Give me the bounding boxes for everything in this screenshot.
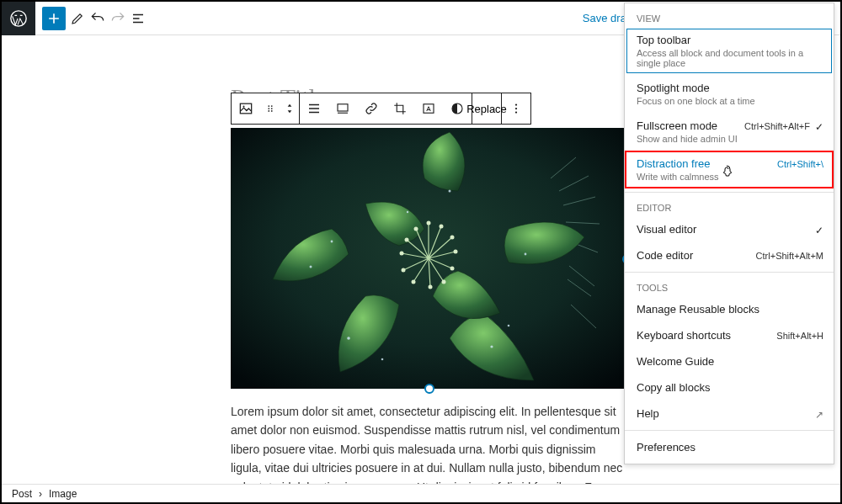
options-dropdown: View Top toolbar Access all block and do… <box>624 3 834 464</box>
svg-point-11 <box>268 110 269 112</box>
menu-code-editor[interactable]: Code editorCtrl+Shift+Alt+M <box>625 242 834 268</box>
svg-point-21 <box>427 221 431 225</box>
block-type-image-icon[interactable] <box>232 93 260 124</box>
block-more-icon[interactable] <box>502 93 530 124</box>
menu-visual-editor[interactable]: Visual editor <box>625 216 834 242</box>
breadcrumb-post[interactable]: Post <box>12 488 32 500</box>
svg-rect-13 <box>338 104 348 111</box>
menu-welcome-guide[interactable]: Welcome Guide <box>625 348 834 374</box>
svg-point-40 <box>508 325 510 327</box>
svg-rect-5 <box>240 103 251 114</box>
drag-handle-icon[interactable] <box>260 93 280 124</box>
svg-point-31 <box>405 238 409 242</box>
menu-fullscreen-mode[interactable]: Fullscreen mode Show and hide admin UI C… <box>625 113 834 151</box>
menu-help[interactable]: Help <box>625 401 834 427</box>
svg-point-30 <box>400 252 404 256</box>
svg-point-28 <box>412 280 416 284</box>
image-block[interactable] <box>231 128 627 389</box>
dropdown-header-editor: Editor <box>625 196 834 216</box>
svg-point-18 <box>515 111 517 113</box>
chevron-right-icon: › <box>39 488 42 500</box>
svg-point-24 <box>454 250 458 254</box>
edit-icon[interactable] <box>69 10 86 27</box>
svg-rect-14 <box>424 104 434 114</box>
menu-keyboard-shortcuts[interactable]: Keyboard shortcutsShift+Alt+H <box>625 322 834 348</box>
menu-reusable-blocks[interactable]: Manage Reusable blocks <box>625 296 834 322</box>
link-icon[interactable] <box>357 93 386 124</box>
outline-icon[interactable] <box>130 10 147 27</box>
svg-point-7 <box>268 105 269 107</box>
menu-copy-blocks[interactable]: Copy all blocks <box>625 374 834 401</box>
svg-point-33 <box>347 337 350 340</box>
svg-point-12 <box>271 110 273 112</box>
wordpress-logo[interactable] <box>2 2 35 35</box>
svg-point-22 <box>440 225 444 229</box>
svg-point-20 <box>414 227 418 231</box>
svg-point-16 <box>515 103 517 105</box>
svg-point-35 <box>490 345 493 347</box>
svg-point-25 <box>450 267 455 271</box>
undo-icon[interactable] <box>89 10 106 27</box>
svg-point-27 <box>429 285 433 289</box>
menu-top-toolbar[interactable]: Top toolbar Access all block and documen… <box>625 27 834 75</box>
replace-button[interactable]: Replace <box>472 93 501 124</box>
menu-spotlight-mode[interactable]: Spotlight mode Focus on one block at a t… <box>625 75 834 113</box>
dropdown-header-view: View <box>625 7 834 27</box>
post-body-text[interactable]: Lorem ipsum dolor sit amet, consectetur … <box>231 402 627 484</box>
redo-icon[interactable] <box>109 10 126 27</box>
svg-point-39 <box>331 241 333 243</box>
svg-point-23 <box>450 236 455 240</box>
text-overlay-icon[interactable] <box>414 93 443 124</box>
crop-icon[interactable] <box>386 93 414 124</box>
svg-point-6 <box>243 106 245 108</box>
add-block-button[interactable] <box>42 7 66 30</box>
svg-point-32 <box>310 266 312 268</box>
breadcrumb-image[interactable]: Image <box>49 488 77 500</box>
svg-point-37 <box>449 190 451 193</box>
menu-distraction-free[interactable]: Distraction free Write with calmness Ctr… <box>625 151 834 188</box>
caption-icon[interactable] <box>328 93 357 124</box>
svg-point-8 <box>271 105 273 107</box>
svg-point-36 <box>525 253 527 256</box>
dropdown-header-tools: Tools <box>625 276 834 296</box>
svg-point-26 <box>442 280 446 284</box>
resize-handle-bottom[interactable] <box>424 384 434 394</box>
svg-point-9 <box>268 108 269 109</box>
breadcrumb: Post › Image <box>2 484 840 502</box>
menu-preferences[interactable]: Preferences <box>625 434 834 460</box>
move-up-down-icon[interactable] <box>280 93 299 124</box>
svg-point-17 <box>515 108 517 109</box>
svg-point-10 <box>271 108 273 109</box>
block-toolbar: Replace <box>231 93 531 125</box>
align-icon[interactable] <box>300 93 328 124</box>
svg-point-29 <box>402 268 406 273</box>
svg-point-38 <box>407 211 408 213</box>
svg-point-34 <box>381 358 384 361</box>
